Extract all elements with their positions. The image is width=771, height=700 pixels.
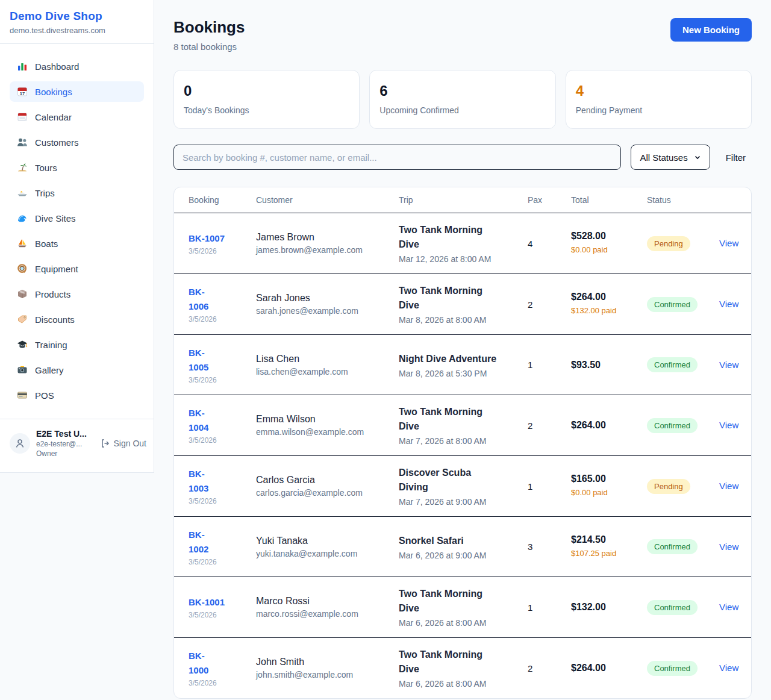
booking-id-link[interactable]: BK- 1003 <box>189 467 256 496</box>
booking-cell: BK- 1003 3/5/2026 <box>189 467 256 505</box>
sidebar-item-tours[interactable]: Tours <box>10 157 144 178</box>
user-name: E2E Test U... <box>36 429 95 439</box>
customer-name: James Brown <box>256 232 399 243</box>
customer-cell: John Smith john.smith@example.com <box>256 657 399 680</box>
paid-amount: $107.25 paid <box>571 548 647 560</box>
booking-date: 3/5/2026 <box>189 247 256 255</box>
view-link[interactable]: View <box>719 360 738 370</box>
person-icon <box>14 438 25 449</box>
avatar <box>10 433 30 454</box>
booking-cell: BK- 1000 3/5/2026 <box>189 649 256 687</box>
sidebar-item-dashboard[interactable]: Dashboard <box>10 56 144 77</box>
sign-out-label: Sign Out <box>114 439 146 448</box>
stat-label: Today's Bookings <box>184 105 349 115</box>
view-link[interactable]: View <box>719 663 738 673</box>
trip-datetime: Mar 6, 2026 at 9:00 AM <box>399 551 528 560</box>
status-badge: Confirmed <box>647 357 698 372</box>
sidebar-item-label: Equipment <box>35 264 78 274</box>
stat-card-upcoming-confirmed: 6 Upcoming Confirmed <box>369 70 555 129</box>
booking-id-link[interactable]: BK-1001 <box>189 595 256 610</box>
chevron-down-icon <box>694 154 701 161</box>
booking-id-link[interactable]: BK- 1006 <box>189 285 256 314</box>
main-content: Bookings 8 total bookings New Booking 0 … <box>154 0 771 700</box>
customer-name: Yuki Tanaka <box>256 536 399 546</box>
total-cell: $165.00 $0.00 paid <box>571 473 647 499</box>
users-icon <box>17 137 28 148</box>
sidebar-item-label: Gallery <box>35 365 64 375</box>
sidebar-item-calendar[interactable]: Calendar <box>10 107 144 127</box>
sidebar-item-equipment[interactable]: Equipment <box>10 258 144 279</box>
trip-datetime: Mar 8, 2026 at 8:00 AM <box>399 315 528 325</box>
sidebar-item-bookings[interactable]: 17 Bookings <box>10 81 144 102</box>
sign-out-button[interactable]: Sign Out <box>101 439 146 448</box>
sidebar-item-products[interactable]: Products <box>10 284 144 304</box>
sidebar-item-training[interactable]: Training <box>10 334 144 355</box>
trip-cell: Two Tank Morning Dive Mar 8, 2026 at 8:0… <box>399 284 528 325</box>
sidebar-item-label: Bookings <box>35 87 72 97</box>
customer-cell: Yuki Tanaka yuki.tanaka@example.com <box>256 536 399 558</box>
sidebar-item-boats[interactable]: Boats <box>10 233 144 254</box>
status-cell: Pending <box>647 236 719 251</box>
booking-id-link[interactable]: BK-1007 <box>189 231 256 246</box>
search-input[interactable] <box>173 145 621 170</box>
sidebar-item-pos[interactable]: POS <box>10 385 144 405</box>
booking-date: 3/5/2026 <box>189 679 256 687</box>
app-layout: Demo Dive Shop demo.test.divestreams.com… <box>0 0 771 700</box>
column-header-pax: Pax <box>528 187 571 213</box>
actions-cell: View <box>719 360 738 370</box>
status-filter-select[interactable]: All Statuses <box>631 145 710 170</box>
status-badge: Confirmed <box>647 418 698 433</box>
column-header-customer: Customer <box>256 187 399 213</box>
sidebar-item-label: Training <box>35 340 67 350</box>
column-header-actions <box>719 192 737 208</box>
booking-date: 3/5/2026 <box>189 376 256 384</box>
brand-name: Demo Dive Shop <box>10 10 144 23</box>
trip-cell: Night Dive Adventure Mar 8, 2026 at 5:30… <box>399 352 528 378</box>
view-link[interactable]: View <box>719 481 738 491</box>
view-link[interactable]: View <box>719 542 738 552</box>
status-cell: Confirmed <box>647 539 719 554</box>
sidebar-item-gallery[interactable]: Gallery <box>10 360 144 380</box>
trip-datetime: Mar 12, 2026 at 8:00 AM <box>399 254 528 264</box>
sidebar-item-label: Discounts <box>35 314 75 325</box>
sign-out-icon <box>101 439 110 448</box>
sidebar-item-customers[interactable]: Customers <box>10 132 144 152</box>
bookings-table: Booking Customer Trip Pax Total Status B… <box>173 187 752 699</box>
view-link[interactable]: View <box>719 420 738 430</box>
filter-button[interactable]: Filter <box>720 149 752 166</box>
view-link[interactable]: View <box>719 238 738 248</box>
table-row: BK-1007 3/5/2026 James Brown james.brown… <box>174 213 751 274</box>
camera-icon <box>17 364 28 375</box>
booking-id-link[interactable]: BK- 1005 <box>189 346 256 375</box>
pax-count: 1 <box>528 481 571 492</box>
status-cell: Confirmed <box>647 600 719 615</box>
stat-label: Upcoming Confirmed <box>379 105 545 115</box>
sidebar-item-dive-sites[interactable]: Dive Sites <box>10 208 144 228</box>
customer-email: carlos.garcia@example.com <box>256 488 399 498</box>
sidebar-item-trips[interactable]: Trips <box>10 183 144 203</box>
customer-name: Emma Wilson <box>256 414 399 425</box>
trip-name: Two Tank Morning Dive <box>399 405 528 434</box>
wave-icon <box>17 213 28 223</box>
status-cell: Confirmed <box>647 661 719 676</box>
booking-id-link[interactable]: BK- 1000 <box>189 649 256 678</box>
trip-cell: Snorkel Safari Mar 6, 2026 at 9:00 AM <box>399 534 528 560</box>
trip-cell: Two Tank Morning Dive Mar 7, 2026 at 8:0… <box>399 405 528 446</box>
trip-cell: Two Tank Morning Dive Mar 12, 2026 at 8:… <box>399 223 528 264</box>
booking-id-link[interactable]: BK- 1004 <box>189 406 256 435</box>
customer-email: james.brown@example.com <box>256 245 399 255</box>
new-booking-button[interactable]: New Booking <box>670 18 752 42</box>
view-link[interactable]: View <box>719 299 738 309</box>
customer-name: Carlos Garcia <box>256 475 399 486</box>
view-link[interactable]: View <box>719 602 738 612</box>
table-row: BK- 1006 3/5/2026 Sarah Jones sarah.jone… <box>174 274 751 335</box>
actions-cell: View <box>719 481 738 492</box>
booking-cell: BK- 1006 3/5/2026 <box>189 285 256 323</box>
status-filter-value: All Statuses <box>640 152 687 163</box>
stat-value: 0 <box>184 83 349 99</box>
table-row: BK- 1002 3/5/2026 Yuki Tanaka yuki.tanak… <box>174 517 751 577</box>
page-header: Bookings 8 total bookings New Booking <box>173 18 752 52</box>
booking-id-link[interactable]: BK- 1002 <box>189 528 256 557</box>
sidebar-item-discounts[interactable]: Discounts <box>10 309 144 330</box>
sidebar-item-label: POS <box>35 390 54 401</box>
